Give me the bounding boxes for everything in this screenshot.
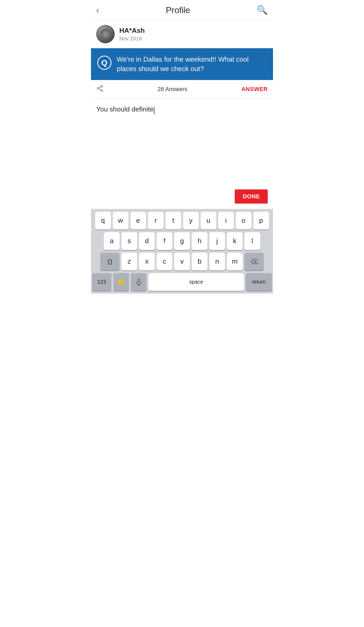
key-p[interactable]: p bbox=[253, 212, 269, 230]
profile-info: HA*Ash Nov 2019 bbox=[119, 26, 145, 42]
key-x[interactable]: x bbox=[139, 253, 155, 270]
answer-input-text: You should definite bbox=[96, 105, 154, 113]
svg-line-4 bbox=[99, 87, 101, 88]
share-icon[interactable] bbox=[96, 85, 104, 94]
key-c[interactable]: c bbox=[157, 253, 172, 270]
text-cursor bbox=[154, 107, 154, 114]
search-icon[interactable]: 🔍 bbox=[257, 5, 268, 15]
key-s[interactable]: s bbox=[121, 232, 137, 250]
answer-button[interactable]: ANSWER bbox=[241, 86, 268, 93]
key-b[interactable]: b bbox=[192, 253, 207, 270]
key-a[interactable]: a bbox=[104, 232, 120, 250]
profile-name: HA*Ash bbox=[119, 26, 145, 35]
key-h[interactable]: h bbox=[192, 232, 207, 250]
key-v[interactable]: v bbox=[174, 253, 190, 270]
profile-date: Nov 2019 bbox=[119, 36, 145, 42]
answer-input-area[interactable]: You should definite DONE bbox=[91, 99, 273, 209]
key-w[interactable]: w bbox=[113, 212, 129, 230]
mic-key[interactable] bbox=[131, 273, 147, 291]
key-u[interactable]: u bbox=[201, 212, 216, 230]
keyboard-row-2: a s d f g h j k l bbox=[92, 232, 272, 250]
avatar bbox=[96, 25, 115, 43]
keyboard-row-1: q w e r t y u i o p bbox=[92, 212, 272, 230]
emoji-key[interactable]: 🙂 bbox=[113, 273, 129, 291]
return-key[interactable]: return bbox=[246, 273, 272, 291]
key-m[interactable]: m bbox=[227, 253, 243, 270]
key-g[interactable]: g bbox=[174, 232, 190, 250]
svg-line-3 bbox=[99, 89, 101, 90]
keyboard-row-bottom: 123 🙂 space return bbox=[92, 273, 272, 291]
keyboard: q w e r t y u i o p a s d f g h j k l z … bbox=[91, 209, 273, 294]
key-o[interactable]: o bbox=[236, 212, 251, 230]
svg-rect-7 bbox=[138, 279, 140, 282]
question-text: We're in Dallas for the weekend!! What c… bbox=[117, 55, 267, 74]
key-y[interactable]: y bbox=[183, 212, 199, 230]
done-button[interactable]: DONE bbox=[235, 189, 268, 204]
key-e[interactable]: e bbox=[130, 212, 146, 230]
key-j[interactable]: j bbox=[209, 232, 225, 250]
key-i[interactable]: i bbox=[218, 212, 234, 230]
space-key[interactable]: space bbox=[148, 273, 244, 291]
key-r[interactable]: r bbox=[148, 212, 164, 230]
key-k[interactable]: k bbox=[227, 232, 243, 250]
key-q[interactable]: q bbox=[95, 212, 111, 230]
keyboard-row-3: z x c v b n m bbox=[92, 253, 272, 270]
numbers-key[interactable]: 123 bbox=[92, 273, 111, 291]
action-bar: 28 Answers ANSWER bbox=[91, 80, 273, 99]
back-button[interactable]: ‹ bbox=[96, 6, 99, 14]
key-l[interactable]: l bbox=[244, 232, 260, 250]
question-banner: Q We're in Dallas for the weekend!! What… bbox=[91, 48, 273, 80]
answers-count: 28 Answers bbox=[158, 86, 188, 93]
delete-key[interactable] bbox=[244, 253, 264, 270]
key-t[interactable]: t bbox=[165, 212, 181, 230]
key-d[interactable]: d bbox=[139, 232, 155, 250]
key-z[interactable]: z bbox=[121, 253, 137, 270]
page-title: Profile bbox=[166, 5, 190, 15]
question-icon: Q bbox=[97, 56, 111, 70]
key-f[interactable]: f bbox=[157, 232, 172, 250]
header: ‹ Profile 🔍 bbox=[91, 0, 273, 20]
key-n[interactable]: n bbox=[209, 253, 225, 270]
shift-key[interactable] bbox=[100, 253, 120, 270]
profile-row: HA*Ash Nov 2019 bbox=[91, 20, 273, 48]
